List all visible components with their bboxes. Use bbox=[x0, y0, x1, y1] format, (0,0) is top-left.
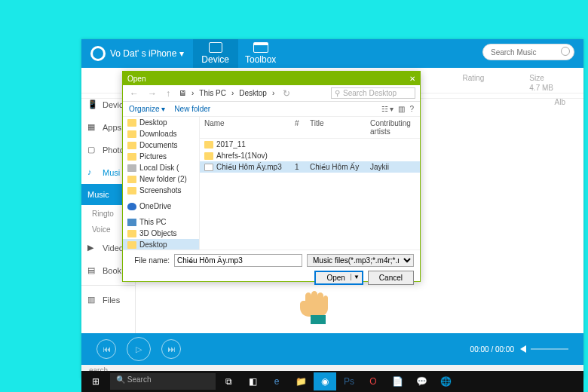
tree-desktop-selected[interactable]: Desktop bbox=[123, 239, 199, 250]
tree-3dobjects[interactable]: 3D Objects bbox=[123, 228, 199, 239]
dialog-title-bar: Open ✕ bbox=[123, 72, 420, 85]
preview-button[interactable]: ▥ bbox=[398, 105, 405, 113]
tree-onedrive[interactable]: OneDrive bbox=[123, 201, 199, 212]
cancel-button[interactable]: Cancel bbox=[368, 271, 414, 285]
taskbar: ⊞ 🔍 Search ⧉ ◧ e 📁 ◉ Ps O 📄 💬 🌐 bbox=[81, 371, 583, 392]
file-list: Name # Title Contributing artists 2017_1… bbox=[200, 117, 420, 250]
taskbar-app[interactable]: e bbox=[265, 372, 288, 390]
apps-icon: ▦ bbox=[87, 122, 98, 133]
tree-newfolder[interactable]: New folder (2) bbox=[123, 173, 199, 185]
tree-thispc[interactable]: This PC bbox=[123, 216, 199, 228]
video-icon: ▶ bbox=[87, 243, 98, 253]
dialog-toolbar: Organize ▾ New folder ☷ ▾ ▥ ? bbox=[123, 102, 420, 117]
filetype-select[interactable]: Music files(*.mp3;*.m4r;*.m4a;* bbox=[307, 254, 414, 267]
device-label: Vo Dat' s iPhone ▾ bbox=[110, 48, 184, 59]
forward-button[interactable]: → bbox=[145, 88, 159, 99]
dialog-footer: File name: Music files(*.mp3;*.m4r;*.m4a… bbox=[123, 250, 420, 289]
breadcrumb[interactable]: 🖥 ›This PC ›Desktop› bbox=[177, 88, 276, 98]
tab-toolbox[interactable]: Toolbox bbox=[238, 39, 283, 68]
svg-rect-0 bbox=[311, 315, 326, 324]
organize-button[interactable]: Organize ▾ bbox=[129, 105, 165, 113]
tree-pictures[interactable]: Pictures bbox=[123, 151, 199, 162]
taskbar-app[interactable]: 💬 bbox=[410, 372, 433, 390]
back-button[interactable]: ← bbox=[127, 88, 141, 99]
file-row[interactable]: 2017_11 bbox=[200, 139, 420, 150]
taskbar-app[interactable]: 📄 bbox=[386, 372, 409, 390]
book-icon: ▤ bbox=[87, 265, 98, 276]
folder-tree: Desktop Downloads Documents Pictures Loc… bbox=[123, 117, 200, 250]
device-icon bbox=[209, 42, 222, 53]
dialog-search-input[interactable]: ⚲Search Desktop bbox=[331, 87, 415, 99]
prev-button[interactable]: ⏮ bbox=[96, 339, 116, 359]
device-dropdown[interactable]: Vo Dat' s iPhone ▾ bbox=[81, 46, 193, 61]
folder-icon: 🖥 bbox=[177, 88, 188, 98]
taskbar-app[interactable]: 🌐 bbox=[434, 372, 457, 390]
pointer-hand-icon bbox=[294, 285, 339, 326]
refresh-button[interactable]: ↻ bbox=[280, 88, 292, 99]
files-icon: ▥ bbox=[87, 295, 98, 305]
photo-icon: ▢ bbox=[87, 145, 98, 155]
file-row-selected[interactable]: Chiều Hôm Ấy.mp31Chiều Hôm ẤyJaykii bbox=[200, 161, 420, 173]
taskbar-search[interactable]: 🔍 Search bbox=[110, 373, 216, 390]
music-icon: ♪ bbox=[87, 167, 98, 178]
filename-label: File name: bbox=[129, 256, 170, 265]
taskbar-app[interactable]: ◉ bbox=[314, 372, 336, 390]
up-button[interactable]: ↑ bbox=[164, 88, 173, 99]
brand-icon bbox=[90, 46, 106, 61]
tree-localdisk[interactable]: Local Disk ( bbox=[123, 162, 199, 173]
tree-desktop[interactable]: Desktop bbox=[123, 117, 199, 128]
play-button[interactable]: ▷ bbox=[127, 337, 151, 361]
task-view-button[interactable]: ⧉ bbox=[217, 372, 240, 390]
help-button[interactable]: ? bbox=[409, 105, 414, 113]
tree-documents[interactable]: Documents bbox=[123, 139, 199, 151]
search-icon bbox=[561, 47, 570, 56]
tree-screenshots[interactable]: Screenshots bbox=[123, 185, 199, 196]
open-dialog: Open ✕ ← → ↑ 🖥 ›This PC ›Desktop› ↻ ⚲Sea… bbox=[122, 71, 421, 282]
sidebar-item-files[interactable]: ▥Files bbox=[81, 289, 135, 311]
taskbar-app[interactable]: O bbox=[362, 372, 384, 390]
dialog-nav: ← → ↑ 🖥 ›This PC ›Desktop› ↻ ⚲Search Des… bbox=[123, 85, 420, 102]
next-button[interactable]: ⏭ bbox=[161, 339, 181, 359]
new-folder-button[interactable]: New folder bbox=[174, 105, 210, 113]
taskbar-app[interactable]: 📁 bbox=[289, 372, 312, 390]
tree-downloads[interactable]: Downloads bbox=[123, 128, 199, 139]
phone-icon: 📱 bbox=[87, 100, 98, 110]
view-button[interactable]: ☷ ▾ bbox=[381, 105, 394, 113]
open-button[interactable]: Open bbox=[314, 271, 363, 285]
file-headers[interactable]: Name # Title Contributing artists bbox=[200, 117, 420, 139]
taskbar-app[interactable]: ◧ bbox=[241, 372, 264, 390]
volume-slider[interactable] bbox=[531, 348, 568, 350]
tab-device[interactable]: Device bbox=[193, 39, 238, 68]
player-time: 00:00 / 00:00 bbox=[470, 345, 514, 354]
start-button[interactable]: ⊞ bbox=[84, 372, 107, 390]
taskbar-app[interactable]: Ps bbox=[338, 372, 360, 390]
filename-input[interactable] bbox=[174, 254, 302, 267]
dialog-close-button[interactable]: ✕ bbox=[409, 75, 415, 83]
toolbox-icon bbox=[253, 42, 268, 53]
file-row[interactable]: Ahrefs-1(1Nov) bbox=[200, 150, 420, 161]
player-bar: ⏮ ▷ ⏭ 00:00 / 00:00 bbox=[81, 333, 583, 365]
